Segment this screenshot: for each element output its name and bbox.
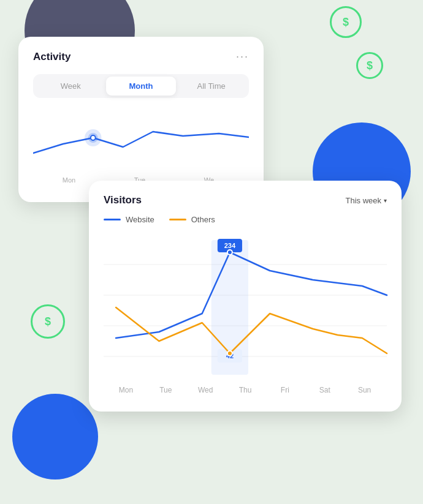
svg-point-14	[227, 351, 232, 356]
tab-week[interactable]: Week	[36, 77, 106, 96]
visitors-card: Visitors This week ▾ Website Others 234	[89, 181, 402, 412]
visitors-chart-svg: 234 42	[104, 234, 387, 381]
coin-mid-right: $	[356, 52, 383, 79]
x-label-mon: Mon	[106, 386, 146, 394]
x-label-thu: Thu	[226, 386, 265, 394]
coin-top-right: $	[330, 6, 362, 38]
day-mon: Mon	[63, 176, 75, 184]
this-week-button[interactable]: This week ▾	[345, 196, 387, 205]
tab-month[interactable]: Month	[106, 77, 177, 96]
x-label-sat: Sat	[305, 386, 345, 394]
legend-website: Website	[104, 215, 154, 224]
visitors-chart: 234 42	[104, 234, 387, 381]
activity-card-header: Activity ···	[33, 50, 249, 63]
x-label-wed: Wed	[186, 386, 226, 394]
visitors-x-labels: Mon Tue Wed Thu Fri Sat Sun	[104, 386, 387, 394]
chevron-down-icon: ▾	[384, 197, 387, 204]
activity-chart-svg	[33, 110, 249, 171]
svg-point-13	[227, 250, 232, 255]
activity-tab-group: Week Month All Time	[33, 74, 249, 98]
legend-website-label: Website	[126, 215, 154, 224]
legend-others-label: Others	[191, 215, 215, 224]
legend-website-line	[104, 219, 121, 220]
x-label-sun: Sun	[345, 386, 384, 394]
chart-legend: Website Others	[104, 215, 387, 224]
activity-card: Activity ··· Week Month All Time Mon Tue…	[18, 37, 264, 202]
x-label-fri: Fri	[265, 386, 305, 394]
svg-point-3	[91, 136, 95, 140]
activity-chart	[33, 110, 249, 171]
visitors-card-header: Visitors This week ▾	[104, 194, 387, 206]
legend-others-line	[169, 219, 186, 220]
tab-all-time[interactable]: All Time	[176, 77, 246, 96]
svg-text:234: 234	[224, 242, 236, 249]
activity-more-button[interactable]: ···	[236, 50, 249, 63]
legend-others: Others	[169, 215, 215, 224]
activity-title: Activity	[33, 51, 70, 63]
x-label-tue: Tue	[146, 386, 186, 394]
visitors-title: Visitors	[104, 194, 142, 206]
this-week-label: This week	[345, 196, 381, 205]
bg-circle-bottom-left	[12, 394, 98, 480]
coin-bottom-left: $	[31, 304, 65, 339]
